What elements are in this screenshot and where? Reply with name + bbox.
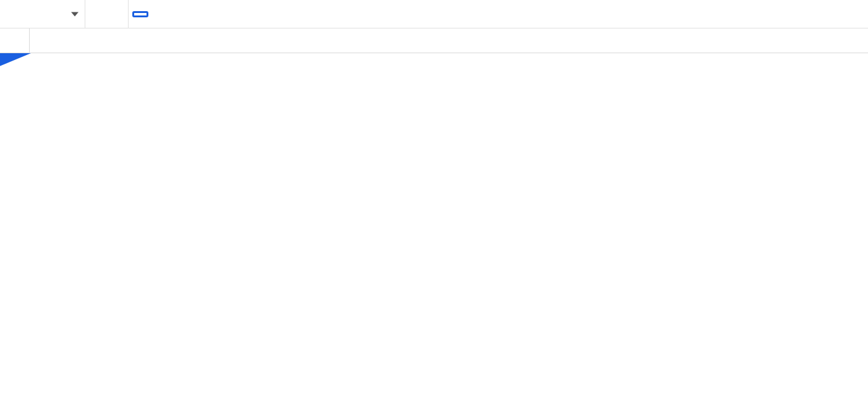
formula-input[interactable] — [132, 11, 148, 17]
spreadsheet-grid — [0, 28, 868, 53]
name-box[interactable] — [0, 0, 85, 28]
formula-input-wrap[interactable] — [129, 0, 148, 28]
selection-outline — [0, 53, 4, 57]
column-header-row — [30, 28, 868, 53]
annotation-arrow — [0, 53, 868, 417]
formula-bar — [0, 0, 868, 28]
row-header-column — [0, 28, 30, 53]
fx-icon[interactable] — [85, 0, 129, 28]
select-all-corner[interactable] — [0, 28, 29, 53]
name-box-dropdown-icon[interactable] — [71, 12, 79, 16]
